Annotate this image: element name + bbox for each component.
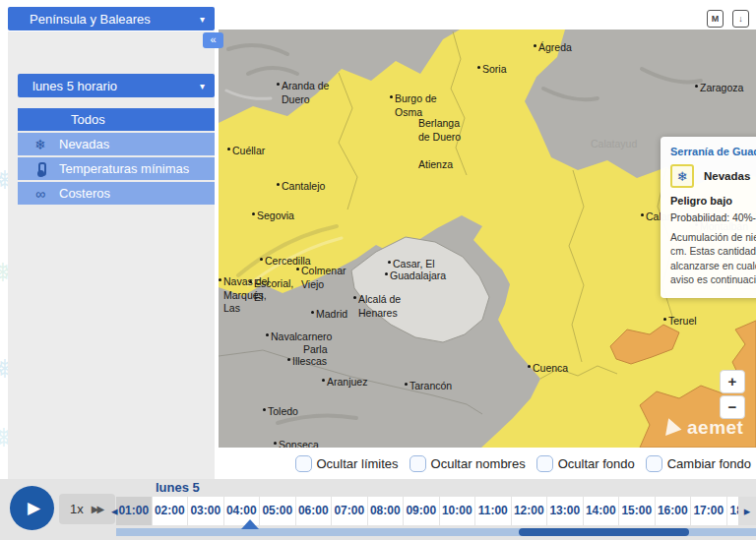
- fast-forward-button[interactable]: ▶▶: [92, 504, 102, 514]
- collapse-sidebar-button[interactable]: «: [203, 32, 223, 48]
- map-city-label: Tarancón: [410, 380, 452, 393]
- city-dot: [263, 408, 266, 411]
- map-city-label: Guadalajara: [390, 270, 446, 283]
- checkbox[interactable]: [646, 455, 662, 472]
- snowflake-icon: ❄: [30, 137, 51, 152]
- map-city-label: Calatayud: [591, 138, 637, 151]
- checkbox[interactable]: [536, 455, 553, 472]
- timeline-hour[interactable]: 02:00: [153, 497, 188, 525]
- timeline-hours: 01:0002:0003:0004:0005:0006:0007:0008:00…: [116, 497, 756, 525]
- map-city-label: Navalcarnero: [271, 330, 332, 344]
- region-select[interactable]: Península y Baleares ▾: [8, 7, 215, 30]
- aemet-logo: aemet: [665, 417, 743, 439]
- map-city-label: Madrid: [316, 308, 347, 322]
- map-option-ocultar-límites[interactable]: Ocultar límites: [295, 455, 399, 472]
- popup-description: Acumulación de nieve en 24 horas: 5 cm. …: [670, 231, 756, 288]
- timeline-hour[interactable]: 12:00: [512, 497, 547, 525]
- region-select-label: Península y Baleares: [8, 12, 200, 27]
- timeline-hour[interactable]: 10:00: [440, 497, 475, 525]
- download-icon[interactable]: ↓: [732, 10, 749, 28]
- timeline-scrollbar[interactable]: [116, 528, 756, 536]
- popup-title: Serranía de Guadalajara: [670, 146, 756, 157]
- city-dot: [477, 66, 480, 69]
- timeline-hour[interactable]: 07:00: [332, 497, 367, 525]
- map-option-label: Ocultar límites: [317, 456, 399, 471]
- filter-temperaturas-mínimas[interactable]: Temperaturas mínimas: [18, 157, 215, 180]
- snowflake-warning-icon: ❄: [670, 164, 694, 188]
- map-city-label: Aranjuez: [327, 376, 367, 390]
- speed-button[interactable]: 1x: [70, 502, 84, 516]
- timeline-day-label: lunes 5: [156, 480, 200, 495]
- warning-map[interactable]: ÁgredaSoriaZaragozaAranda deDueroBurgo d…: [219, 30, 756, 448]
- city-dot: [274, 442, 277, 445]
- map-city-label: Escorial,El: [254, 277, 293, 304]
- timeline-hour[interactable]: 15:00: [619, 497, 655, 525]
- popup-probability: Probabilidad: 40%-70%: [670, 212, 756, 223]
- map-option-ocultar-nombres[interactable]: Ocultar nombres: [410, 455, 526, 472]
- popup-danger-level: Peligro bajo: [670, 195, 756, 207]
- timeline-hour[interactable]: 17:00: [691, 497, 726, 525]
- map-city-label: ColmenarViejo: [301, 265, 346, 291]
- timeline-hour[interactable]: 06:00: [296, 497, 332, 525]
- city-dot: [695, 85, 698, 88]
- timeline-hour[interactable]: 05:00: [260, 497, 295, 525]
- city-dot: [296, 268, 299, 270]
- map-option-ocultar-fondo[interactable]: Ocultar fondo: [536, 455, 635, 472]
- timeline-next-icon[interactable]: ▸: [738, 497, 756, 525]
- map-city-label: Cuenca: [533, 362, 568, 376]
- map-city-label: Berlangade Duero: [418, 117, 461, 144]
- city-dot: [405, 383, 408, 386]
- play-button[interactable]: ▶: [10, 486, 54, 530]
- filter-todos[interactable]: Todos: [18, 108, 215, 131]
- zoom-in-button[interactable]: +: [720, 370, 745, 393]
- timeline-hour[interactable]: 01:00: [116, 497, 152, 525]
- city-dot: [528, 365, 531, 368]
- city-dot: [390, 95, 393, 98]
- timeline-prev-icon[interactable]: ◂: [111, 497, 118, 525]
- timeline-position-marker: [241, 519, 259, 529]
- city-dot: [260, 258, 263, 261]
- city-dot: [252, 212, 255, 215]
- timeline-hour[interactable]: 11:00: [475, 497, 511, 525]
- popup-warning-type: Nevadas: [704, 170, 750, 182]
- map-city-label: Soria: [482, 63, 507, 77]
- thermometer-icon: [30, 161, 51, 177]
- map-city-label: Alcalá deHenares: [358, 293, 401, 320]
- filter-costeros[interactable]: ∞Costeros: [18, 182, 215, 205]
- city-dot: [227, 148, 230, 150]
- city-dot: [641, 213, 644, 216]
- sidebar-panel: [8, 31, 215, 479]
- timeline-hour[interactable]: 03:00: [188, 497, 223, 525]
- map-city-label: Ágreda: [538, 41, 572, 55]
- checkbox[interactable]: [295, 455, 312, 472]
- city-dot: [322, 379, 325, 382]
- chevron-down-icon: ▾: [200, 14, 215, 25]
- timeline-hour[interactable]: 13:00: [547, 497, 583, 525]
- map-option-cambiar-fondo[interactable]: Cambiar fondo: [646, 455, 751, 472]
- filter-nevadas[interactable]: ❄Nevadas: [18, 133, 215, 155]
- day-select[interactable]: lunes 5 horario ▾: [18, 74, 215, 97]
- filter-label: Nevadas: [59, 137, 109, 151]
- timeline-scrollbar-thumb[interactable]: [519, 528, 689, 536]
- map-city-label: Cuéllar: [232, 145, 265, 158]
- map-city-label: Sonseca: [279, 439, 319, 448]
- timeline-hour[interactable]: 08:00: [368, 497, 404, 525]
- timeline: lunes 5 ◂ 01:0002:0003:0004:0005:0006:00…: [116, 479, 756, 540]
- timeline-hour[interactable]: 09:00: [404, 497, 439, 525]
- aemet-logo-mark: [665, 418, 683, 438]
- map-city-label: Zaragoza: [700, 82, 743, 95]
- city-dot: [249, 280, 252, 283]
- map-city-label: Burgo deOsma: [395, 92, 437, 119]
- map-city-label: Atienza: [418, 158, 453, 172]
- filter-label: Temperaturas mínimas: [59, 161, 189, 176]
- zoom-out-button[interactable]: −: [720, 395, 745, 419]
- day-select-label: lunes 5 horario: [18, 79, 200, 93]
- timeline-hour[interactable]: 16:00: [656, 497, 691, 525]
- map-legend-icon[interactable]: M: [707, 10, 724, 28]
- city-dot: [219, 278, 221, 281]
- map-city-label: Teruel: [668, 315, 697, 329]
- city-dot: [388, 261, 391, 264]
- timeline-hour[interactable]: 14:00: [584, 497, 619, 525]
- checkbox[interactable]: [410, 455, 426, 472]
- map-option-label: Cambiar fondo: [667, 456, 751, 471]
